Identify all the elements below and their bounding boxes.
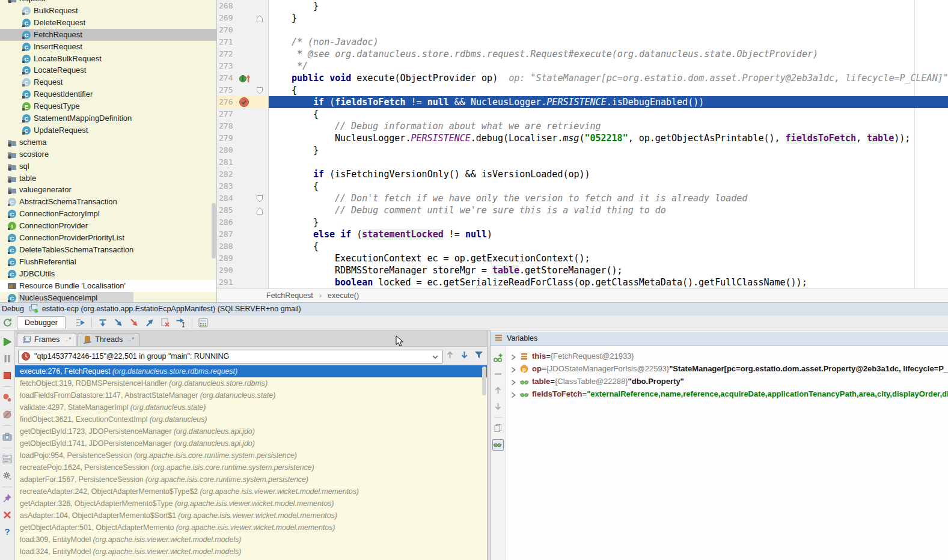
frame-row[interactable]: adapterFor:1567, PersistenceSession (org…: [15, 473, 487, 485]
frame-row[interactable]: fetchObject:319, RDBMSPersistenceHandler…: [15, 377, 487, 389]
breakpoint-icon[interactable]: [239, 97, 252, 108]
help-icon[interactable]: ?: [2, 526, 13, 537]
expand-chevron-icon[interactable]: [509, 352, 517, 360]
code-line-288[interactable]: 288{: [217, 240, 948, 252]
code-line-290[interactable]: 290RDBMSStoreManager storeMgr = table.ge…: [217, 264, 948, 276]
tab-debugger[interactable]: Debugger: [17, 316, 66, 329]
next-frame-icon[interactable]: [459, 350, 469, 360]
code-line-270[interactable]: 270: [217, 24, 948, 36]
fold-up-icon[interactable]: [255, 14, 264, 22]
code-line-283[interactable]: 283{: [217, 180, 948, 192]
code-line-269[interactable]: 269}: [217, 12, 948, 24]
code-line-282[interactable]: 282if (isFetchingVersionOnly() && isVers…: [217, 168, 948, 180]
expand-chevron-icon[interactable]: [509, 390, 517, 398]
code-line-287[interactable]: 287else if (statementLocked != null): [217, 228, 948, 240]
variable-row-fieldstofetch[interactable]: fieldsToFetch = "externalReference,name,…: [507, 388, 948, 400]
stop-icon[interactable]: [2, 370, 13, 381]
fold-down-icon[interactable]: [255, 86, 264, 94]
variable-row-this[interactable]: this = {FetchRequest@21933}: [507, 350, 634, 362]
method-entry-icon[interactable]: [239, 73, 252, 84]
breadcrumb-class[interactable]: FetchRequest: [266, 291, 313, 300]
evaluate-expression-icon[interactable]: [198, 317, 209, 328]
tree-item-sql[interactable]: sql: [0, 160, 216, 172]
tab-frames[interactable]: Frames→*: [17, 333, 76, 346]
frame-row[interactable]: load:324, EntityModel (org.apache.isis.v…: [15, 546, 487, 558]
restore-layout-icon[interactable]: [2, 454, 13, 464]
tree-item-connectionprovider[interactable]: IConnectionProvider: [0, 220, 216, 232]
tree-item-jdbcutils[interactable]: CJDBCUtils: [0, 268, 216, 280]
add-watch-icon[interactable]: [493, 353, 503, 363]
tab-threads[interactable]: Threads→*: [78, 333, 139, 346]
code-line-273[interactable]: 273 */: [217, 60, 948, 72]
project-tree-scrollbar[interactable]: [212, 203, 216, 258]
tree-item-scostore[interactable]: scostore: [0, 148, 216, 160]
frame-row[interactable]: findObject:3621, ExecutionContextImpl (o…: [15, 413, 487, 425]
tree-item-nucleussequenceimpl[interactable]: CNucleusSequenceImpl: [0, 292, 216, 303]
move-down-icon[interactable]: [493, 401, 503, 412]
code-line-289[interactable]: 289ExecutionContext ec = op.getExecution…: [217, 252, 948, 264]
tree-item-statementmappingdefinition[interactable]: CStatementMappingDefinition: [0, 112, 216, 124]
frame-row[interactable]: getAdapter:326, ObjectAdapterMemento$Typ…: [15, 498, 487, 510]
show-execution-point-icon[interactable]: [75, 317, 86, 328]
variable-row-op[interactable]: pop = {JDOStateManagerForIsis@22593} "St…: [507, 362, 948, 375]
step-out-icon[interactable]: [144, 317, 155, 328]
code-line-276[interactable]: 276if (fieldsToFetch != null && NucleusL…: [217, 96, 948, 108]
tree-item-request[interactable]: request: [0, 0, 216, 5]
variable-row-table[interactable]: table = {ClassTable@22288} "dbo.Property…: [507, 375, 684, 388]
prev-frame-icon[interactable]: [445, 350, 455, 360]
tree-item-fetchrequest[interactable]: CFetchRequest: [0, 29, 216, 41]
run-to-cursor-icon[interactable]: [176, 317, 186, 328]
resume-icon[interactable]: [2, 336, 13, 347]
frame-row[interactable]: getObjectById:1723, JDOPersistenceManage…: [15, 425, 487, 437]
frame-row[interactable]: recreateAdapter:242, ObjectAdapterMement…: [15, 485, 487, 498]
tree-item-valuegenerator[interactable]: valuegenerator: [0, 184, 216, 196]
settings-icon[interactable]: [2, 470, 13, 481]
expand-chevron-icon[interactable]: [509, 377, 517, 385]
remove-watch-icon[interactable]: [493, 369, 503, 379]
frames-scrollbar[interactable]: [482, 367, 486, 395]
frame-row[interactable]: loadPojo:954, PersistenceSession (org.ap…: [15, 449, 487, 461]
frame-row[interactable]: recreatePojo:1624, PersistenceSession (o…: [15, 461, 487, 473]
mute-breakpoints-icon[interactable]: [2, 409, 13, 420]
tree-item-updaterequest[interactable]: CUpdateRequest: [0, 124, 216, 136]
tree-item-connectionproviderprioritylist[interactable]: CConnectionProviderPriorityList: [0, 232, 216, 244]
tree-item-requesttype[interactable]: ERequestType: [0, 100, 216, 112]
tree-item-abstractschematransaction[interactable]: CAbstractSchemaTransaction: [0, 196, 216, 208]
tree-item-request[interactable]: CRequest: [0, 76, 216, 88]
close-icon[interactable]: [2, 510, 13, 520]
thread-combo[interactable]: "qtp1453774246-115"@22,501 in group "mai…: [18, 350, 443, 364]
tree-item-deleterequest[interactable]: CDeleteRequest: [0, 17, 216, 29]
code-line-284[interactable]: 284// Don't fetch if we have only the ve…: [217, 192, 948, 204]
frame-row[interactable]: getObjectById:1741, JDOPersistenceManage…: [15, 437, 487, 449]
code-line-274[interactable]: 274public void execute(ObjectProvider op…: [217, 72, 948, 84]
step-over-icon[interactable]: [97, 317, 108, 328]
chevron-down-icon[interactable]: [430, 352, 440, 362]
project-tree[interactable]: requestCBulkRequestCDeleteRequestCFetchR…: [0, 0, 217, 302]
frame-row[interactable]: load:309, EntityModel (org.apache.isis.v…: [15, 534, 487, 546]
tree-item-resource-bundle-localisation[interactable]: Resource Bundle 'Localisation': [0, 280, 216, 292]
tree-item-locaterequest[interactable]: CLocateRequest: [0, 64, 216, 76]
fold-up-icon[interactable]: [255, 206, 264, 215]
tree-item-flushreferential[interactable]: CFlushReferential: [0, 256, 216, 268]
code-line-286[interactable]: 286}: [217, 216, 948, 228]
code-editor[interactable]: 268}269}270271/* (non-Javadoc)272 * @see…: [217, 0, 948, 288]
code-line-271[interactable]: 271/* (non-Javadoc): [217, 36, 948, 48]
code-line-291[interactable]: 291boolean locked = ec.getSerializeReadF…: [217, 276, 948, 288]
thread-dump-icon[interactable]: [2, 431, 13, 442]
frame-row[interactable]: execute:276, FetchRequest (org.datanucle…: [15, 365, 487, 377]
step-into-icon[interactable]: [113, 317, 124, 328]
tree-item-requestidentifier[interactable]: CRequestIdentifier: [0, 88, 216, 100]
frame-row[interactable]: validate:4297, StateManagerImpl (org.dat…: [15, 401, 487, 413]
move-up-icon[interactable]: [493, 385, 503, 395]
code-line-279[interactable]: 279NucleusLogger.PERSISTENCE.debug(Local…: [217, 132, 948, 144]
force-step-into-icon[interactable]: [129, 317, 139, 328]
tree-item-table[interactable]: table: [0, 172, 216, 184]
frame-row[interactable]: getObjectAdapter:501, ObjectAdapterMemen…: [15, 522, 487, 534]
code-line-268[interactable]: 268}: [217, 0, 948, 12]
code-line-272[interactable]: 272 * @see org.datanucleus.store.rdbms.r…: [217, 48, 948, 60]
code-line-275[interactable]: 275{: [217, 84, 948, 96]
view-breakpoints-icon[interactable]: [2, 392, 13, 403]
code-line-277[interactable]: 277{: [217, 108, 948, 120]
pin-icon[interactable]: [2, 493, 13, 504]
tree-item-deletetablesschematransaction[interactable]: CDeleteTablesSchemaTransaction: [0, 244, 216, 256]
